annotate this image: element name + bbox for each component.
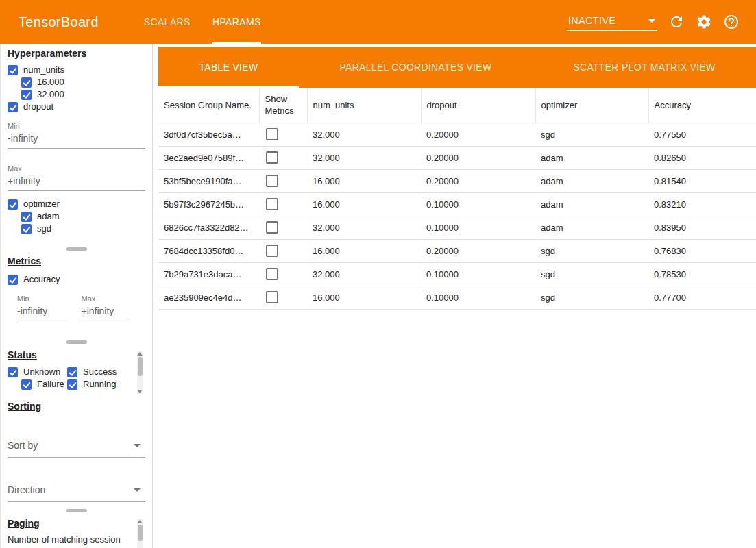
direction-dropdown[interactable]: Direction (8, 480, 145, 502)
sort-by-dropdown[interactable]: Sort by (8, 435, 145, 458)
table-row: 7684dcc13358fd0… 16.000 0.20000 sgd 0.76… (158, 239, 756, 262)
help-button[interactable] (723, 14, 740, 30)
col-accuracy[interactable]: Accuracy (648, 88, 756, 123)
tab-scatter-plot-matrix-view[interactable]: SCATTER PLOT MATRIX VIEW (533, 47, 756, 88)
success-label: Success (83, 366, 117, 378)
cell-optimizer: adam (535, 216, 648, 239)
refresh-icon (668, 14, 685, 30)
cell-accuracy: 0.83210 (648, 192, 756, 216)
sidebar-resize-handle[interactable] (66, 509, 87, 512)
accuracy-checkbox[interactable] (8, 275, 18, 285)
unknown-checkbox[interactable] (8, 367, 18, 377)
tab-scalars[interactable]: SCALARS (133, 0, 202, 44)
show-metrics-checkbox[interactable] (266, 291, 278, 303)
checkbox-row-num-units[interactable]: num_units (8, 64, 145, 76)
status-scrollbar-thumb[interactable] (138, 357, 143, 376)
refresh-button[interactable] (668, 14, 685, 30)
header-right-controls: INACTIVE (567, 0, 740, 44)
col-dropout[interactable]: dropout (421, 88, 535, 123)
sidebar-resize-handle[interactable] (66, 247, 87, 251)
session-groups-table: Session Group Name. Show Metrics num_uni… (158, 88, 756, 310)
cell-num-units: 32.000 (307, 123, 421, 146)
failure-checkbox[interactable] (21, 379, 32, 390)
cell-accuracy: 0.81540 (648, 169, 756, 192)
settings-button[interactable] (696, 14, 712, 30)
success-checkbox[interactable] (67, 367, 77, 377)
col-show-metrics[interactable]: Show Metrics (259, 88, 307, 123)
running-checkbox[interactable] (67, 379, 77, 390)
failure-label: Failure (37, 378, 64, 390)
metrics-min-label: Min (17, 295, 66, 303)
optimizer-checkbox[interactable] (8, 199, 18, 210)
cell-session-name: 3df0d7cf35bec5a… (158, 123, 259, 146)
value-16-checkbox[interactable] (21, 77, 32, 88)
table-row: 3df0d7cf35bec5a… 32.000 0.20000 sgd 0.77… (158, 123, 756, 146)
paging-summary: Number of matching session groups: 8 (8, 534, 131, 548)
checkbox-row-adam[interactable]: adam (21, 210, 145, 223)
scroll-down-icon[interactable] (137, 390, 143, 393)
checkbox-row-32[interactable]: 32.000 (21, 88, 145, 101)
metrics-min-input[interactable] (17, 303, 66, 321)
cell-dropout: 0.10000 (421, 192, 535, 216)
cell-session-name: 53bf5bece9190fa… (158, 169, 259, 192)
cell-session-name: 5b97f3c2967245b… (158, 192, 259, 216)
tab-table-view[interactable]: TABLE VIEW (158, 47, 299, 88)
value-16-label: 16.000 (37, 76, 64, 88)
hparams-min-input[interactable] (8, 131, 145, 149)
cell-dropout: 0.20000 (421, 146, 535, 169)
cell-session-name: ae235909ec4e4d… (158, 286, 259, 309)
show-metrics-checkbox[interactable] (266, 245, 278, 257)
table-row: 7b29a731e3daca… 32.000 0.10000 sgd 0.785… (158, 262, 756, 286)
dropout-checkbox[interactable] (8, 102, 18, 112)
paging-scrollbar-thumb[interactable] (138, 525, 143, 541)
unknown-label: Unknown (23, 366, 60, 378)
sgd-checkbox[interactable] (21, 224, 32, 234)
checkbox-row-dropout[interactable]: dropout (8, 101, 145, 113)
status-scrollbar[interactable] (137, 351, 143, 394)
col-session-group-name[interactable]: Session Group Name. (158, 88, 259, 123)
cell-accuracy: 0.77550 (648, 123, 756, 146)
adam-label: adam (37, 210, 60, 223)
checkbox-row-failure[interactable]: Failure (21, 378, 67, 390)
cell-optimizer: sgd (535, 123, 648, 146)
checkbox-row-unknown[interactable]: Unknown (8, 366, 67, 378)
tab-hparams[interactable]: HPARAMS (202, 0, 272, 44)
show-metrics-checkbox[interactable] (266, 268, 278, 280)
cell-optimizer: sgd (535, 286, 648, 309)
direction-value: Direction (8, 484, 45, 495)
show-metrics-checkbox[interactable] (266, 128, 278, 140)
paging-scrollbar[interactable] (137, 519, 143, 548)
scroll-up-icon[interactable] (137, 352, 143, 356)
metrics-max-input[interactable] (82, 303, 131, 321)
hparams-min-label: Min (8, 122, 145, 131)
show-metrics-checkbox[interactable] (266, 175, 278, 187)
checkbox-row-accuracy[interactable]: Accuracy (8, 273, 145, 286)
hyperparameters-section: Hyperparameters num_units 16.000 32.000 … (1, 44, 152, 235)
cell-optimizer: sgd (535, 239, 648, 262)
show-metrics-checkbox[interactable] (266, 198, 278, 210)
sidebar-resize-handle[interactable] (66, 340, 87, 344)
value-32-checkbox[interactable] (21, 90, 32, 100)
cell-num-units: 16.000 (307, 192, 421, 216)
checkbox-row-optimizer[interactable]: optimizer (8, 198, 145, 210)
paging-heading: Paging (8, 518, 145, 530)
col-optimizer[interactable]: optimizer (535, 88, 648, 123)
table-row: ae235909ec4e4d… 16.000 0.10000 sgd 0.777… (158, 286, 756, 309)
scroll-up-icon[interactable] (137, 520, 143, 523)
cell-dropout: 0.20000 (421, 169, 535, 192)
status-select[interactable]: INACTIVE (567, 13, 657, 31)
content-area: Hyperparameters num_units 16.000 32.000 … (0, 44, 756, 548)
show-metrics-checkbox[interactable] (266, 221, 278, 234)
adam-checkbox[interactable] (21, 212, 32, 222)
sorting-section: Sorting Sort by Direction (1, 401, 152, 502)
hparams-max-input[interactable] (8, 173, 145, 191)
checkbox-row-success[interactable]: Success (67, 366, 145, 378)
show-metrics-checkbox[interactable] (266, 151, 278, 164)
checkbox-row-sgd[interactable]: sgd (21, 223, 145, 235)
metrics-section: Metrics Accuracy Min Max (1, 256, 152, 321)
col-num-units[interactable]: num_units (307, 88, 421, 123)
tab-parallel-coordinates-view[interactable]: PARALLEL COORDINATES VIEW (299, 47, 533, 88)
checkbox-row-16[interactable]: 16.000 (21, 76, 145, 88)
num-units-checkbox[interactable] (8, 65, 18, 75)
checkbox-row-running[interactable]: Running (67, 378, 145, 390)
